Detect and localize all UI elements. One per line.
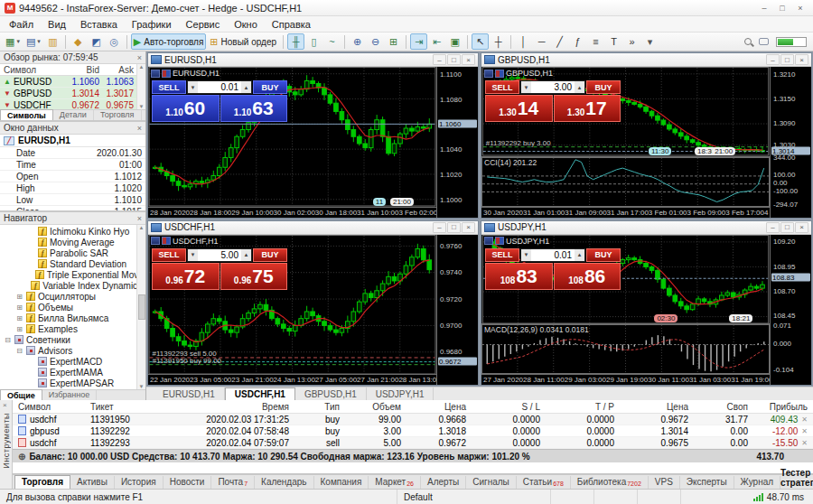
chart-maximize-button[interactable]: □ xyxy=(447,222,461,233)
buy-button[interactable]: BUY xyxy=(253,80,287,94)
volume-up-icon[interactable]: ▲ xyxy=(575,249,584,261)
tree-expand-icon[interactable]: ⊟ xyxy=(4,336,12,344)
navigator-item-variable-index-dynamic-a[interactable]: fVariable Index Dynamic A xyxy=(0,280,145,291)
volume-up-icon[interactable]: ▲ xyxy=(575,81,584,93)
market-watch-tab-Детали[interactable]: Детали xyxy=(53,109,94,120)
navigator-item-standard-deviation[interactable]: fStandard Deviation xyxy=(0,258,145,269)
chart-shift-button[interactable]: ⇤ xyxy=(428,33,445,50)
chart-close-button[interactable]: × xyxy=(795,54,808,65)
search-icon[interactable] xyxy=(744,38,752,45)
auto-scroll-button[interactable]: ⇥ xyxy=(410,33,427,50)
tree-expand-icon[interactable]: ⊞ xyxy=(15,293,23,301)
volume-up-icon[interactable]: ▲ xyxy=(241,249,251,261)
horizontal-line-button[interactable]: ─ xyxy=(533,33,550,50)
menu-Графики[interactable]: Графики xyxy=(125,18,179,31)
new-chart-button[interactable]: ▦▾ xyxy=(3,33,23,50)
market-watch-row-eurusd[interactable]: ▲EURUSD1.10601.1063 xyxy=(0,76,145,88)
sell-price[interactable]: 1.1060 xyxy=(152,95,220,122)
navigator-tab-Общие[interactable]: Общие xyxy=(0,389,42,400)
navigator-item-expertmacd[interactable]: ExpertMACD xyxy=(0,356,145,367)
sell-price[interactable]: 1.3014 xyxy=(485,95,553,122)
buy-price[interactable]: 1.3017 xyxy=(554,95,621,122)
chart-plot-gbpusd[interactable]: #11392292 buy 3.00GBPUSD,H1SELL▼3.00▲BUY… xyxy=(481,67,770,156)
chart-minimize-button[interactable]: – xyxy=(766,222,780,233)
volume-down-icon[interactable]: ▼ xyxy=(188,249,198,261)
sell-price[interactable]: 10883 xyxy=(485,263,553,290)
volume-input[interactable]: ▼0.01▲ xyxy=(520,248,585,262)
toolbox-tab-маркет[interactable]: Маркет26 xyxy=(369,476,421,489)
indicator-pane-gbpusd[interactable]: CCI(14) 201.22 xyxy=(481,156,770,207)
market-watch-close-icon[interactable]: × xyxy=(137,53,142,62)
navigator-scrollbar[interactable]: ▲▼ xyxy=(136,225,145,389)
chart-maximize-button[interactable]: □ xyxy=(447,54,461,65)
volume-down-icon[interactable]: ▼ xyxy=(521,249,531,261)
new-order-button[interactable]: ⊞Новый ордер xyxy=(207,33,279,50)
tree-expand-icon[interactable]: ⊟ xyxy=(15,347,23,355)
market-watch-toggle[interactable]: ◆ xyxy=(70,33,87,50)
toolbox-tab-эксперты[interactable]: Эксперты xyxy=(680,476,734,489)
navigator-item-ichimoku-kinko-hyo[interactable]: fIchimoku Kinko Hyo xyxy=(0,226,145,237)
menu-Вид[interactable]: Вид xyxy=(41,18,73,31)
buy-price[interactable]: 10886 xyxy=(554,263,621,290)
close-position-icon[interactable]: ✕ xyxy=(801,439,808,447)
fibonacci-button[interactable]: ƒ xyxy=(569,33,586,50)
toolbox-close-icon[interactable]: × xyxy=(3,401,7,409)
volume-input[interactable]: ▼0.01▲ xyxy=(187,80,252,94)
strategy-tester-label[interactable]: Тестер стратегий xyxy=(780,468,813,489)
chart-plot-usdjpy[interactable]: USDJPY,H1SELL▼0.01▲BUY108831088602:3018:… xyxy=(481,235,770,324)
trade-row-11391950[interactable]: usdchf113919502020.02.03 17:31:25buy99.0… xyxy=(13,414,813,425)
autotrading-button[interactable]: ▶Авто-торговля xyxy=(131,33,207,50)
history-center-button[interactable]: ▥ xyxy=(44,33,61,50)
chart-titlebar-eurusd[interactable]: EURUSD,H1–□× xyxy=(148,53,478,67)
toolbox-tab-библиотека[interactable]: Библиотека7202 xyxy=(571,476,649,489)
tree-expand-icon[interactable]: ⊞ xyxy=(15,303,23,312)
market-watch-row-usdchf[interactable]: ▼USDCHF0.96720.9675 xyxy=(0,99,145,109)
trade-row-11392293[interactable]: usdchf113922932020.02.04 07:59:07sell5.0… xyxy=(13,437,813,449)
navigator-item-expertmapsarsizeoptim[interactable]: ExpertMAPSARSizeOptim xyxy=(0,388,145,389)
volume-down-icon[interactable]: ▼ xyxy=(188,81,198,93)
toolbox-tab-журнал[interactable]: Журнал xyxy=(734,476,781,489)
navigator-item-советники[interactable]: ⊟Советники xyxy=(0,334,145,345)
volume-down-icon[interactable]: ▼ xyxy=(521,81,531,93)
navigator-item-moving-average[interactable]: fMoving Average xyxy=(0,237,145,247)
buy-price[interactable]: 0.9675 xyxy=(220,263,288,290)
chart-close-button[interactable]: × xyxy=(462,222,475,233)
window-maximize-button[interactable]: □ xyxy=(774,2,790,14)
menu-Вставка[interactable]: Вставка xyxy=(73,18,125,31)
chart-tab-gbpusd-h1[interactable]: GBPUSD,H1 xyxy=(295,387,367,400)
chart-titlebar-gbpusd[interactable]: GBPUSD,H1–□× xyxy=(481,53,811,67)
chart-minimize-button[interactable]: – xyxy=(433,222,446,233)
chart-close-button[interactable]: × xyxy=(795,222,808,233)
toolbox-tab-торговля[interactable]: Торговля xyxy=(14,475,70,489)
navigator-item-осцилляторы[interactable]: ⊞fОсцилляторы xyxy=(0,291,145,302)
chart-titlebar-usdjpy[interactable]: USDJPY,H1–□× xyxy=(481,221,811,235)
navigator-close-icon[interactable]: × xyxy=(137,214,142,223)
sell-button[interactable]: SELL xyxy=(152,80,186,94)
trendline-button[interactable]: ╱ xyxy=(551,33,568,50)
tree-expand-icon[interactable]: ⊞ xyxy=(15,314,23,322)
indicator-pane-usdjpy[interactable]: MACD(12,26,9) 0.0341 0.0181 xyxy=(481,323,770,374)
sell-button[interactable]: SELL xyxy=(485,80,519,94)
toolbox-toggle[interactable]: ◎ xyxy=(106,33,123,50)
vertical-line-button[interactable]: │ xyxy=(515,33,532,50)
navigator-item-expertmapsar[interactable]: ExpertMAPSAR xyxy=(0,378,145,388)
chart-plot-usdchf[interactable]: #11392293 sell 5.00#11391950 buy 99.00US… xyxy=(148,235,436,375)
data-window-close-icon[interactable]: × xyxy=(137,124,142,133)
toolbox-tab-активы[interactable]: Активы xyxy=(70,476,115,489)
toolbox-tab-статьи[interactable]: Статьи678 xyxy=(517,476,571,489)
toolbox-tab-новости[interactable]: Новости xyxy=(164,476,212,489)
buy-button[interactable]: BUY xyxy=(586,80,621,94)
sell-button[interactable]: SELL xyxy=(485,248,519,262)
profiles-button[interactable]: ▤▾ xyxy=(23,33,43,50)
toolbox-tab-почта[interactable]: Почта7 xyxy=(211,476,255,489)
chart-tab-usdjpy-h1[interactable]: USDJPY,H1 xyxy=(367,387,435,400)
toolbox-tab-алерты[interactable]: Алерты xyxy=(421,476,466,489)
market-watch-scrollbar[interactable]: ▲▼ xyxy=(136,64,145,109)
zoom-in-button[interactable]: ⊕ xyxy=(349,33,366,50)
line-mode-button[interactable]: ~ xyxy=(323,33,341,50)
chart-maximize-button[interactable]: □ xyxy=(780,54,794,65)
toolbox-tab-компания[interactable]: Компания xyxy=(314,476,369,489)
buy-price[interactable]: 1.1063 xyxy=(220,95,288,122)
sell-price[interactable]: 0.9672 xyxy=(152,263,220,290)
trade-row-11392292[interactable]: gbpusd113922922020.02.04 07:58:48buy3.00… xyxy=(13,425,813,437)
